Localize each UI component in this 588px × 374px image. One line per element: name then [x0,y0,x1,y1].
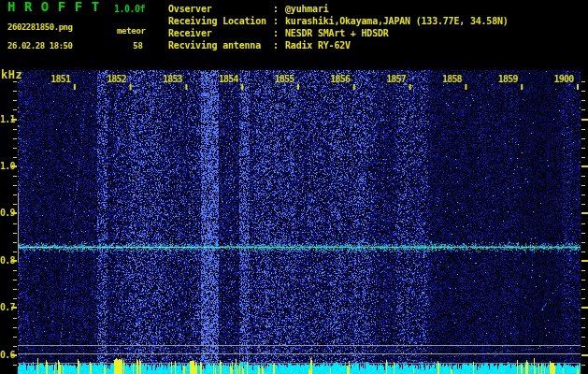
info-value: @yuhmari [285,3,329,15]
x-tick-label: 1859 [494,74,522,84]
x-tick-label: 1853 [158,74,186,84]
app-version: 1.0.0f [114,4,145,14]
info-row-receiver: Receiver:NESDR SMArt + HDSDR [168,27,509,39]
info-separator: : [273,3,285,15]
spectrogram-canvas [0,0,588,374]
info-separator: : [273,27,285,39]
info-label: Recviving antenna [168,39,273,51]
observation-datetime: 26.02.28 18:50 [7,41,73,51]
info-row-ovserver: Ovserver:@yuhmari [168,3,509,15]
info-value: NESDR SMArt + HDSDR [285,27,389,39]
x-tick-label: 1858 [437,74,466,84]
y-tick-label: 0.8 [0,255,14,266]
y-tick-label: 0.6 [0,350,14,360]
y-tick-label: 0.9 [0,208,14,218]
info-row-receiving-location: Receiving Location:kurashiki,Okayama,JAP… [168,15,509,27]
x-tick-label: 1855 [270,74,298,84]
mode-label: meteor [117,26,146,36]
x-tick-label: 1856 [326,74,354,84]
y-tick-label: 1.1 [0,114,14,124]
info-row-recviving-antenna: Recviving antenna:Radix RY-62V [168,39,509,51]
info-label: Receiver [168,27,273,39]
y-axis-unit-label: kHz [1,70,22,80]
app-title: HROFFT [7,2,108,12]
info-separator: : [273,39,285,51]
output-filename: 2602281850.png [7,22,73,33]
info-value: Radix RY-62V [285,39,351,51]
info-value: kurashiki,Okayama,JAPAN (133.77E, 34.58N… [285,15,509,27]
y-tick-label: 0.7 [0,302,14,312]
x-tick-label: 1851 [47,74,75,84]
info-separator: : [273,15,285,27]
echo-count: 58 [122,41,143,51]
y-tick-label: 1.0 [0,161,14,171]
x-tick-label: 1857 [382,74,410,84]
x-tick-label: 1900 [550,74,578,84]
x-tick-label: 1852 [103,74,131,84]
hrofft-window: HROFFT 1.0.0f 2602281850.png meteor 26.0… [0,0,588,374]
x-tick-label: 1854 [214,74,242,84]
observer-info-block: Ovserver:@yuhmariReceiving Location:kura… [168,3,509,51]
info-label: Ovserver [168,3,273,15]
info-label: Receiving Location [168,15,273,27]
